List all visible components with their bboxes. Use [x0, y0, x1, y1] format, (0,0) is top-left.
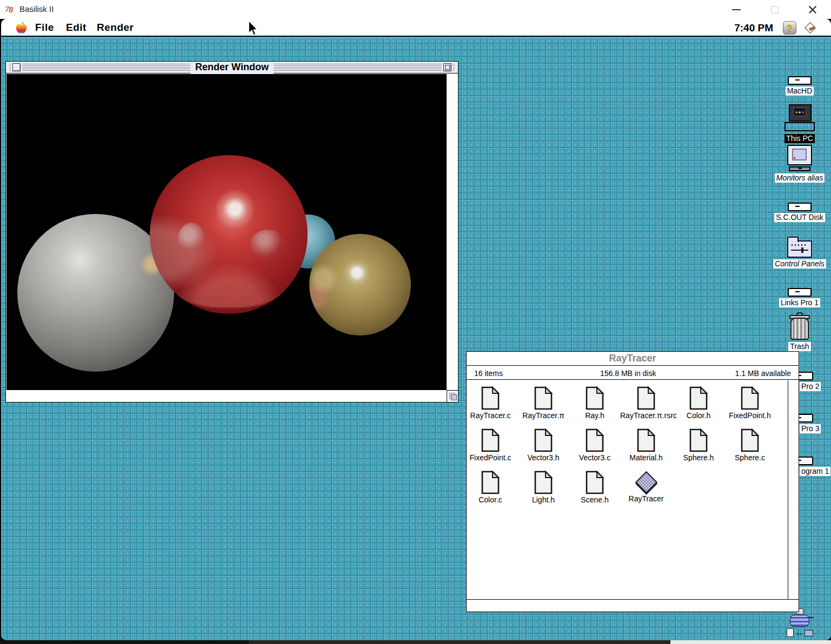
finder-file[interactable]: Vector3.c — [569, 428, 621, 462]
desktop-icon-this-pc[interactable]: This PC — [770, 104, 829, 143]
document-icon — [481, 471, 500, 494]
desktop-icon-control-panels[interactable]: Control Panels — [770, 236, 829, 269]
desktop: MacHD This PC Monitors alias S.C.OUT Dis… — [1, 38, 831, 640]
horizontal-scrollbar[interactable] — [467, 599, 799, 612]
document-icon — [637, 428, 655, 452]
menu-render[interactable]: Render — [97, 22, 134, 33]
gold-sphere — [309, 234, 411, 336]
disk-icon — [788, 288, 812, 297]
document-icon — [741, 386, 759, 410]
icon-label: MacHD — [786, 86, 814, 96]
file-label: FixedPoint.h — [724, 411, 776, 420]
menu-bar: File Edit Render 7:40 PM — [1, 19, 831, 37]
minimize-button[interactable] — [728, 1, 745, 17]
file-label: Sphere.h — [673, 453, 724, 462]
finder-file[interactable]: FixedPoint.h — [724, 386, 776, 420]
document-icon — [586, 428, 604, 452]
vertical-scrollbar[interactable] — [788, 380, 788, 612]
render-window-titlebar[interactable]: Render Window — [6, 62, 458, 73]
finder-file[interactable]: FixedPoint.c — [464, 428, 516, 462]
desktop-icon-trash[interactable]: Trash — [770, 313, 829, 351]
finder-file[interactable]: Light.h — [517, 471, 569, 504]
desktop-icon-stuffit-expander[interactable]: Stuffit Expander™ — [764, 608, 831, 640]
folder-icon — [787, 240, 812, 258]
finder-file[interactable]: Ray.h — [569, 386, 621, 420]
file-label: Sphere.c — [724, 453, 776, 462]
file-label: Material.h — [620, 453, 672, 462]
icon-label: Links Pro 1 — [779, 298, 820, 307]
desktop-icon-links-pro-1[interactable]: Links Pro 1 — [770, 288, 829, 307]
item-count: 16 items — [474, 369, 503, 378]
disk-usage: 156.8 MB in disk — [600, 369, 656, 378]
grow-box[interactable] — [447, 390, 458, 402]
file-label: Vector3.c — [569, 453, 621, 462]
desktop-icon-machd[interactable]: MacHD — [770, 76, 829, 96]
file-label: RayTracer.π — [517, 411, 569, 420]
icon-label: Control Panels — [773, 259, 826, 269]
finder-file[interactable]: Material.h — [620, 428, 672, 462]
help-menu-icon[interactable] — [783, 21, 796, 35]
document-icon — [586, 386, 604, 410]
maximize-button[interactable] — [766, 1, 783, 17]
finder-file[interactable]: Sphere.c — [724, 428, 776, 462]
mac-screen: File Edit Render 7:40 PM MacHD This PC — [1, 19, 831, 640]
host-titlebar[interactable]: 78 Basilisk II — [0, 0, 831, 19]
menu-bar-clock[interactable]: 7:40 PM — [734, 22, 773, 34]
finder-file[interactable]: RayTracer — [620, 471, 672, 503]
finder-file[interactable]: Sphere.h — [673, 428, 724, 462]
finder-window-title: RayTracer — [467, 352, 799, 365]
render-window[interactable]: Render Window — [5, 61, 458, 403]
basilisk-app-icon: 78 — [5, 4, 16, 15]
disk-available: 1.1 MB available — [735, 369, 791, 378]
monitor-icon — [787, 145, 812, 172]
icon-label: Trash — [788, 342, 810, 351]
render-window-title: Render Window — [190, 62, 274, 73]
document-icon — [481, 386, 500, 410]
finder-window-raytracer[interactable]: RayTracer 16 items 156.8 MB in disk 1.1 … — [466, 351, 799, 612]
document-icon — [689, 428, 708, 452]
mouse-cursor — [248, 20, 258, 38]
icon-label: Monitors alias — [775, 173, 825, 183]
desktop-icon-scout-disk[interactable]: S.C.OUT Disk — [770, 203, 829, 222]
red-sphere — [150, 155, 308, 314]
file-label: FixedPoint.c — [464, 453, 516, 462]
disk-icon — [788, 203, 812, 211]
disk-icon — [788, 76, 812, 85]
menu-edit[interactable]: Edit — [66, 22, 87, 33]
computer-icon — [784, 104, 815, 132]
finder-file[interactable]: Vector3.h — [517, 428, 569, 462]
finder-window-titlebar[interactable]: RayTracer — [467, 352, 799, 366]
bottom-edge-strip — [0, 640, 831, 644]
apple-menu-icon[interactable] — [16, 22, 27, 37]
desktop-icon-monitors-alias[interactable]: Monitors alias — [767, 145, 831, 183]
document-icon — [534, 471, 553, 494]
trash-icon — [789, 313, 810, 340]
document-icon — [689, 386, 708, 410]
close-button[interactable] — [803, 1, 821, 17]
icon-label: Pro 3 — [800, 424, 821, 433]
sphere-reflection — [178, 223, 205, 258]
icon-label: ogram 1 — [800, 467, 830, 476]
finder-file[interactable]: Color.h — [673, 386, 724, 420]
finder-status-bar: 16 items 156.8 MB in disk 1.1 MB availab… — [467, 366, 799, 380]
finder-file[interactable]: RayTracer.c — [464, 386, 516, 420]
icon-label: This PC — [785, 134, 815, 143]
finder-file[interactable]: Scene.h — [569, 471, 621, 504]
finder-file[interactable]: RayTracer.π — [517, 386, 569, 420]
icon-label: Pro 2 — [800, 382, 821, 391]
screen: 78 Basilisk II — [0, 0, 831, 644]
application-diamond-icon — [635, 471, 657, 493]
finder-file[interactable]: RayTracer.π.rsrc — [620, 386, 672, 420]
file-label: Scene.h — [569, 495, 621, 504]
document-icon — [586, 471, 604, 494]
mac-screen-backdrop: File Edit Render 7:40 PM MacHD This PC — [0, 19, 831, 640]
menu-file[interactable]: File — [35, 22, 54, 33]
file-label: Color.h — [673, 411, 724, 420]
document-icon — [534, 428, 553, 452]
finder-file[interactable]: Color.c — [464, 471, 516, 504]
application-menu-icon[interactable] — [803, 21, 817, 35]
file-label: RayTracer.π.rsrc — [620, 411, 672, 420]
zoom-box[interactable] — [443, 63, 451, 71]
close-box[interactable] — [12, 63, 21, 71]
document-icon — [741, 428, 759, 452]
